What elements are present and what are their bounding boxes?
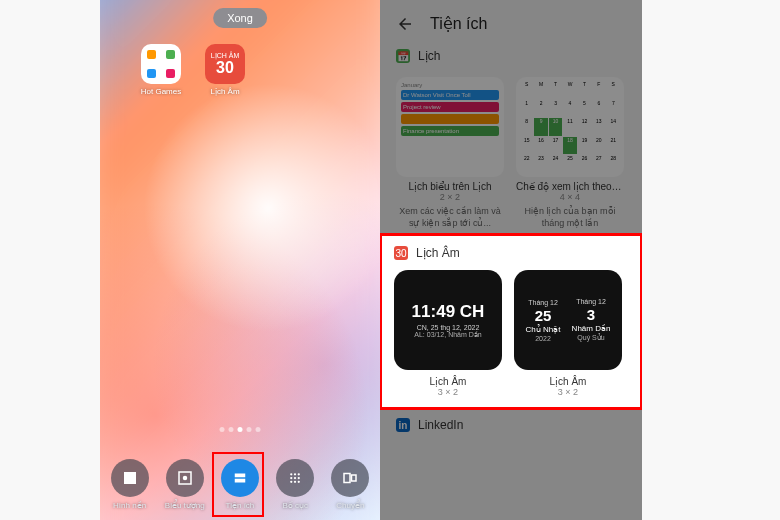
home-screen-editor: Xong Hot Games LỊCH ÂM 30 Lịch Âm — [100, 0, 380, 520]
svg-point-6 — [298, 473, 300, 475]
lich-am-icon: LỊCH ÂM 30 — [205, 44, 245, 84]
svg-point-5 — [294, 473, 296, 475]
nav-transition[interactable]: Chuyển — [325, 459, 375, 510]
widget-desc: Hiện lịch của bạn mỗi tháng một lần — [516, 206, 624, 229]
section-linkedin: in LinkedIn — [380, 410, 642, 436]
widget-title: Lịch biểu trên Lịch — [396, 181, 504, 192]
widgets-icon — [231, 469, 249, 487]
widget-size: 4 × 4 — [516, 192, 624, 202]
page-title: Tiện ích — [430, 14, 487, 33]
image-icon — [121, 469, 139, 487]
widget-preview: SMTWTFS 1234567 891011121314 15161718192… — [516, 77, 624, 177]
widget-preview: January Dr Watson Visit Once Toll Projec… — [396, 77, 504, 177]
done-button[interactable]: Xong — [213, 8, 267, 28]
widget-lich-am-dual[interactable]: Tháng 12 25 Chủ Nhật 2022 Tháng 12 3 Nhâ… — [514, 270, 622, 397]
widget-size: 3 × 2 — [514, 387, 622, 397]
svg-point-10 — [290, 480, 292, 482]
widget-lich-am-clock[interactable]: 11:49 CH CN, 25 thg 12, 2022 AL: 03/12, … — [394, 270, 502, 397]
app-lich-am[interactable]: LỊCH ÂM 30 Lịch Âm — [202, 44, 248, 96]
section-label: LinkedIn — [418, 418, 463, 432]
svg-point-8 — [294, 476, 296, 478]
svg-rect-13 — [344, 473, 350, 482]
svg-rect-14 — [352, 475, 357, 481]
widget-desc: Xem các việc cần làm và sự kiện sắp tới … — [396, 206, 504, 229]
lich-am-app-icon: 30 — [394, 246, 408, 260]
section-label: Lịch Âm — [416, 246, 460, 260]
widget-title: Chế độ xem lịch theo th... — [516, 181, 624, 192]
nav-icons[interactable]: Biểu tượng — [160, 459, 210, 510]
nav-wallpaper[interactable]: Hình nền — [105, 459, 155, 510]
widget-header: Tiện ích — [380, 0, 642, 41]
section-calendar: 📅 Lịch — [380, 41, 642, 67]
widget-picker: Tiện ích 📅 Lịch January Dr Watson Visit … — [380, 0, 642, 520]
svg-point-12 — [298, 480, 300, 482]
widget-calendar-month[interactable]: SMTWTFS 1234567 891011121314 15161718192… — [516, 77, 624, 229]
app-label: Hot Games — [141, 87, 181, 96]
nav-widgets[interactable]: Tiện ích — [215, 459, 265, 510]
widget-title: Lịch Âm — [514, 376, 622, 387]
nav-layout[interactable]: Bố cục — [270, 459, 320, 510]
widget-title: Lịch Âm — [394, 376, 502, 387]
widget-size: 2 × 2 — [396, 192, 504, 202]
grid-icon — [286, 469, 304, 487]
section-label: Lịch — [418, 49, 440, 63]
widget-size: 3 × 2 — [394, 387, 502, 397]
svg-point-1 — [183, 475, 188, 480]
circle-icon — [176, 469, 194, 487]
editor-bottom-nav: Hình nền Biểu tượng Tiện ích Bố cục Chuy… — [100, 448, 380, 520]
calendar-app-icon: 📅 — [396, 49, 410, 63]
svg-rect-3 — [235, 478, 246, 482]
svg-point-7 — [290, 476, 292, 478]
widget-calendar-schedule[interactable]: January Dr Watson Visit Once Toll Projec… — [396, 77, 504, 229]
section-lich-am-highlighted: 30 Lịch Âm 11:49 CH CN, 25 thg 12, 2022 … — [380, 233, 642, 410]
app-hot-games[interactable]: Hot Games — [138, 44, 184, 96]
back-icon[interactable] — [396, 15, 414, 33]
svg-point-4 — [290, 473, 292, 475]
page-indicator[interactable] — [220, 427, 261, 432]
svg-point-9 — [298, 476, 300, 478]
hot-games-icon — [141, 44, 181, 84]
linkedin-app-icon: in — [396, 418, 410, 432]
svg-rect-2 — [235, 473, 246, 477]
widget-preview: Tháng 12 25 Chủ Nhật 2022 Tháng 12 3 Nhâ… — [514, 270, 622, 370]
transition-icon — [341, 469, 359, 487]
widget-preview: 11:49 CH CN, 25 thg 12, 2022 AL: 03/12, … — [394, 270, 502, 370]
svg-point-11 — [294, 480, 296, 482]
app-label: Lịch Âm — [210, 87, 239, 96]
